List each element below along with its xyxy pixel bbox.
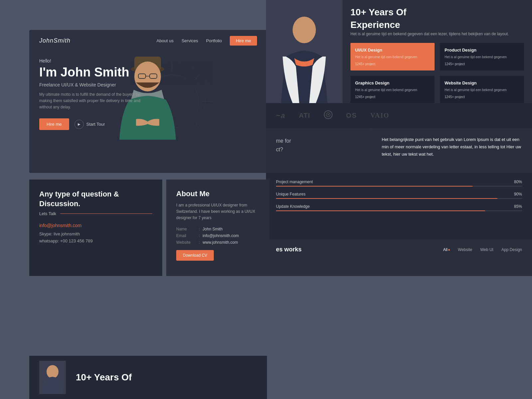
services-section: 10+ Years Of Experience Het is al geruim… [342,0,532,103]
lets-talk-text: Lets Talk [39,211,56,216]
skill-update-knowledge: Update Knowledge 85% [276,204,522,211]
svg-point-20 [328,114,329,115]
about-website-colon: : [199,240,200,245]
skill-uk-label: Update Knowledge [276,204,310,209]
contact-paragraph: Het belangrijkste punt van het gebruik v… [382,136,523,158]
about-email-label: Email [176,233,196,238]
hire-me-button[interactable]: Hire me [39,118,69,130]
skill-unique-features: Unique Features 90% [276,192,522,199]
about-title: About Me [176,190,259,198]
tour-label: Start Tour [86,122,105,127]
skill-uk-bar-bg [276,210,522,211]
skill-uf-bar-fill [276,198,497,199]
service-website-title: Website Design [445,80,519,85]
about-row-email: Email : info@johnsmith.com [176,233,259,238]
experience-person-image [266,0,342,103]
service-graphics-desc: Het is al geruime tijd een bekend gegeve… [355,87,430,92]
about-website-value: www.johnsmith.com [202,240,238,245]
skill-project-management: Project management 80% [276,180,522,187]
portfolio-works-label: es works [276,246,302,253]
experience-label: Experience [350,19,524,31]
hero-title: Freelance UI/UX & Website Designer [39,82,257,87]
service-product-desc: Het is al geruime tijd een bekend gegeve… [445,55,519,60]
service-website-count: 1245+ project [445,95,519,99]
contact-skype: Skype: live.johnsmith [39,231,152,236]
service-product-title: Product Design [445,48,519,53]
hero-greeting: Hello! [39,58,257,64]
skill-pm-bar-fill [276,186,473,187]
service-website[interactable]: Website Design Het is al geruime tijd ee… [440,76,524,103]
footer-experience-text: 10+ Years Of [76,372,132,383]
filter-webui[interactable]: Web UI [480,247,493,252]
skill-uf-bar-bg [276,198,522,199]
start-tour-button[interactable]: ▶ Start Tour [74,120,105,129]
filter-all[interactable]: All [443,247,450,252]
service-uiux[interactable]: UI/UX Design Het is al geruime tijd een … [350,43,435,70]
filter-active-dot [448,249,450,251]
about-row-website: Website : www.johnsmith.com [176,240,259,245]
logo-last-fm: OS [346,112,357,119]
logo: JohnSmith [39,37,70,44]
about-email-value: info@johnsmith.com [202,233,239,238]
service-uiux-title: UI/UX Design [355,48,430,53]
contact-email[interactable]: info@johnsmith.com [39,223,152,228]
logo-alibaba: ~a [276,111,286,120]
skills-panel: Project management 80% Unique Features 9… [266,173,532,239]
footer-person-thumbnail [39,361,66,394]
top-right-panel: 10+ Years Of Experience Het is al geruim… [266,0,532,103]
skill-pm-bar-bg [276,186,522,187]
nav-hire-btn[interactable]: Hire me [230,36,257,46]
lets-talk-line [60,213,152,214]
logo-circle [324,110,333,121]
service-uiux-desc: Het is al geruime tijd een bekend gegeve… [355,55,430,60]
about-email-colon: : [199,233,200,238]
filter-website[interactable]: Website [458,247,472,252]
skill-uk-bar-fill [276,210,485,211]
about-name-value: John Smith [202,227,222,231]
about-description: I am a professional UI/UX designer from … [176,202,259,221]
hero-name: I'm John Smith [39,66,257,79]
experience-years: 10+ Years Of [350,7,524,18]
about-row-name: Name : John Smith [176,227,259,231]
service-graphics[interactable]: Graphics Design Het is al geruime tijd e… [350,76,435,103]
logos-band: ~a ATI OS VAIO [266,103,532,128]
services-grid: UI/UX Design Het is al geruime tijd een … [350,43,524,103]
about-website-label: Website [176,240,196,245]
about-name-label: Name [176,227,196,231]
svg-point-17 [293,17,316,43]
service-uiux-count: 1245+ project [355,62,430,66]
play-icon: ▶ [74,120,84,129]
skill-uf-label: Unique Features [276,192,306,197]
hero-description: My ultimate motto is to fulfill the dema… [39,91,142,111]
about-table: Name : John Smith Email : info@johnsmith… [176,227,259,245]
service-website-desc: Het is al geruime tijd een bekend gegeve… [445,87,519,92]
footer-panel: 10+ Years Of [29,356,267,399]
nav-links: About us Services Portfolio Hire me [157,36,257,46]
nav-portfolio[interactable]: Portfolio [206,38,222,43]
service-graphics-count: 1245+ project [355,95,430,99]
filter-appdesign[interactable]: App Design [501,247,522,252]
skill-uk-pct: 85% [514,204,522,209]
download-cv-button[interactable]: Download CV [176,250,214,261]
nav-services[interactable]: Services [182,38,198,43]
main-portfolio-card: JohnSmith About us Services Portfolio Hi… [29,30,267,173]
service-graphics-title: Graphics Design [355,80,430,85]
about-name-colon: : [199,227,200,231]
navbar: JohnSmith About us Services Portfolio Hi… [29,30,267,52]
service-product[interactable]: Product Design Het is al geruime tijd ee… [440,43,524,70]
svg-point-21 [47,365,59,378]
hero-buttons: Hire me ▶ Start Tour [39,118,257,130]
contact-heading: Any type of question & Discussion. [39,190,152,208]
contact-tagline2: ct? [276,147,362,153]
logo-ati: ATI [299,112,310,119]
filter-tabs: All Website Web UI App Design [443,247,522,252]
logo-vaio: VAIO [370,112,390,119]
service-product-count: 1245+ project [445,62,519,66]
experience-description: Het is al geruime tijd en bekend gegeven… [350,32,524,36]
skill-pm-label: Project management [276,180,313,184]
nav-about[interactable]: About us [157,38,174,43]
hero-content: Hello! I'm John Smith Freelance UI/UX & … [29,52,267,140]
skill-pm-pct: 80% [514,180,522,184]
lets-talk: Lets Talk [39,211,152,216]
contact-tagline: me for [276,138,362,144]
